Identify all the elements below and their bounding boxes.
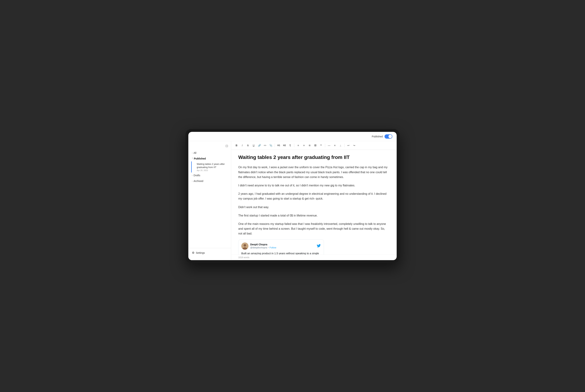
paragraph-3: 2 years ago, I had graduated with an und… <box>238 191 390 201</box>
sidebar: ⊡ › All ˅ Published Waiting tab <box>188 141 231 260</box>
strikethrough-button[interactable]: S <box>245 143 250 148</box>
word-count: 1018 words <box>238 256 249 259</box>
published-toggle[interactable] <box>385 134 392 139</box>
redo-button[interactable]: ↪ <box>352 143 357 148</box>
all-label: All <box>193 152 196 154</box>
svg-point-1 <box>244 244 246 246</box>
chevron-right-icon-drafts: › <box>192 174 192 176</box>
sidebar-item-archived[interactable]: › Archived <box>188 178 231 184</box>
device-frame: Published ⊡ › All ˅ <box>185 129 400 263</box>
undo-button[interactable]: ↩ <box>346 143 351 148</box>
h1-button[interactable]: H1 <box>276 143 281 148</box>
editor-area: B I S U 🔗 <> 📎 H1 H2 ¶ ≡ ≡ ⊞ 🖼 ❝ <box>231 141 397 260</box>
code-button[interactable]: <> <box>262 143 267 148</box>
paragraph-6: One of the main reasons my startup faile… <box>238 222 390 236</box>
editor-content[interactable]: Waiting tables 2 years after graduating … <box>231 150 397 254</box>
link-button[interactable]: 🔗 <box>257 143 262 148</box>
tweet-user: Deepti Chopra @deeptivchopra · Follow <box>241 242 276 250</box>
toolbar-divider-4 <box>344 144 345 147</box>
paragraph-1: On my first day to work, I wore a jacket… <box>238 165 390 180</box>
twitter-icon <box>317 244 321 249</box>
paragraph-2: I didn't need anyone to try to talk me o… <box>238 183 390 188</box>
sidebar-footer: ⚙ Settings <box>188 248 231 257</box>
tweet-header: Deepti Chopra @deeptivchopra · Follow <box>241 242 321 250</box>
paragraph-button[interactable]: ¶ <box>288 143 293 148</box>
table-button[interactable]: ⊞ <box>307 143 312 148</box>
published-toggle-container: Published <box>372 134 393 139</box>
ordered-list-button[interactable]: ≡ <box>302 143 307 148</box>
tweet-user-name: Deepti Chopra <box>250 243 276 246</box>
attachment-button[interactable]: 📎 <box>268 143 273 148</box>
sidebar-item-all[interactable]: › All <box>188 150 231 156</box>
settings-item[interactable]: ⚙ Settings <box>192 251 227 254</box>
clear-format-button[interactable]: ⟂ <box>338 143 343 148</box>
bullet-list-button[interactable]: ≡ <box>296 143 301 148</box>
editor-footer: 1018 words <box>231 254 397 260</box>
published-section-label: Published <box>194 157 206 160</box>
toolbar: B I S U 🔗 <> 📎 H1 H2 ¶ ≡ ≡ ⊞ 🖼 ❝ <box>231 141 397 150</box>
app-window: Published ⊡ › All ˅ <box>188 132 397 260</box>
settings-label: Settings <box>196 252 205 254</box>
tweet-embed: Deepti Chopra @deeptivchopra · Follow <box>238 240 324 254</box>
chevron-down-icon: ˅ <box>192 158 193 160</box>
article-title: Waiting tables 2 years after graduating … <box>238 154 390 160</box>
top-bar: Published <box>188 132 397 141</box>
article-nav-date: Apr 20, 2023 <box>197 169 227 172</box>
settings-icon: ⚙ <box>192 251 194 254</box>
image-button[interactable]: 🖼 <box>313 143 318 148</box>
h2-button[interactable]: H2 <box>282 143 287 148</box>
new-post-icon[interactable]: ⊡ <box>225 144 228 148</box>
chevron-right-icon-archived: › <box>192 180 192 182</box>
chevron-right-icon: › <box>192 152 192 154</box>
toolbar-divider-2 <box>294 144 294 147</box>
sidebar-item-drafts[interactable]: › Drafts <box>188 172 231 178</box>
published-label: Published <box>372 135 383 138</box>
drafts-label: Drafts <box>193 174 200 177</box>
sidebar-nav: › All ˅ Published Waiting tables 2 years… <box>188 150 231 248</box>
archived-label: Archived <box>193 180 203 182</box>
article-body: On my first day to work, I wore a jacket… <box>238 165 390 236</box>
tweet-follow-link[interactable]: Follow <box>269 246 276 249</box>
tweet-text: Built an amazing product in 1.5 years wi… <box>241 252 321 254</box>
paragraph-4: Didn't work out that way. <box>238 205 390 210</box>
paragraph-5: The first startup I started made a total… <box>238 213 390 218</box>
italic-button[interactable]: I <box>240 143 245 148</box>
sidebar-item-published[interactable]: ˅ Published <box>188 156 231 162</box>
hr-button[interactable]: — <box>327 143 332 148</box>
bold-button[interactable]: B <box>234 143 239 148</box>
align-button[interactable]: ≡ <box>332 143 337 148</box>
tweet-user-info: Deepti Chopra @deeptivchopra · Follow <box>250 243 276 249</box>
main-layout: ⊡ › All ˅ Published Waiting tab <box>188 141 397 260</box>
underline-button[interactable]: U <box>251 143 256 148</box>
tweet-avatar <box>241 242 248 250</box>
tweet-user-handle: @deeptivchopra <box>250 246 267 249</box>
blockquote-button[interactable]: ❝ <box>319 143 324 148</box>
article-nav-title: Waiting tables 2 years after graduating … <box>197 162 227 169</box>
sidebar-article-item[interactable]: Waiting tables 2 years after graduating … <box>191 162 231 172</box>
edit-button-container: ⊡ <box>188 144 231 150</box>
